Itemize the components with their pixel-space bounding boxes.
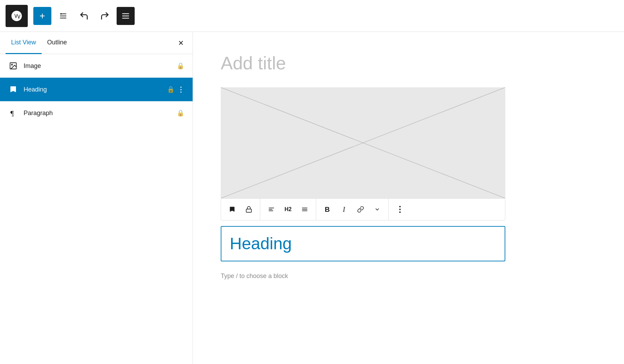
heading-block-label: Heading bbox=[24, 86, 161, 93]
panel-tabs: List View Outline ✕ bbox=[0, 32, 193, 54]
image-block-actions: 🔒 bbox=[177, 62, 184, 70]
list-item-image[interactable]: Image 🔒 bbox=[0, 54, 193, 78]
toolbar-bold-button[interactable]: B bbox=[319, 201, 336, 218]
redo-button[interactable] bbox=[96, 7, 114, 25]
image-block-label: Image bbox=[24, 62, 171, 70]
toolbar-bookmark-button[interactable] bbox=[224, 201, 241, 218]
heading-lock-icon: 🔒 bbox=[167, 86, 175, 93]
main-area: List View Outline ✕ Image 🔒 bbox=[0, 32, 624, 364]
svg-rect-3 bbox=[122, 18, 129, 18]
svg-rect-10 bbox=[246, 209, 252, 212]
svg-point-5 bbox=[11, 64, 12, 65]
svg-text:¶: ¶ bbox=[10, 109, 14, 117]
paragraph-block-icon: ¶ bbox=[8, 108, 18, 118]
paragraph-lock-icon: 🔒 bbox=[177, 109, 184, 117]
toolbar-group-block-type bbox=[221, 199, 260, 220]
paragraph-hint: Type / to choose a block bbox=[221, 272, 288, 280]
toolbar-group-formatting: B I bbox=[316, 199, 389, 220]
heading-block-icon bbox=[8, 85, 18, 94]
heading-block-actions: 🔒 ⋮ bbox=[167, 85, 184, 94]
image-block-icon bbox=[8, 61, 18, 71]
toolbar-group-heading-options: H2 bbox=[260, 199, 316, 220]
toolbar-italic-button[interactable]: I bbox=[336, 201, 352, 218]
toolbar-align-button[interactable] bbox=[263, 201, 280, 218]
svg-rect-11 bbox=[269, 208, 274, 208]
heading-block[interactable]: Heading bbox=[221, 226, 505, 261]
svg-point-0 bbox=[60, 13, 62, 15]
svg-rect-12 bbox=[269, 209, 272, 210]
add-block-button[interactable]: + bbox=[33, 7, 51, 25]
list-item-paragraph[interactable]: ¶ Paragraph 🔒 bbox=[0, 101, 193, 125]
svg-rect-14 bbox=[302, 208, 307, 208]
left-panel: List View Outline ✕ Image 🔒 bbox=[0, 32, 193, 364]
top-toolbar: + bbox=[0, 0, 624, 32]
tab-outline[interactable]: Outline bbox=[42, 32, 73, 54]
wordpress-logo[interactable] bbox=[6, 5, 28, 27]
svg-rect-1 bbox=[122, 13, 129, 14]
post-title[interactable]: Add title bbox=[221, 53, 505, 73]
toolbar-lock-button[interactable] bbox=[241, 201, 257, 218]
svg-rect-15 bbox=[302, 209, 307, 210]
list-item-heading[interactable]: Heading 🔒 ⋮ bbox=[0, 78, 193, 101]
tools-button[interactable] bbox=[54, 7, 72, 25]
toolbar-more-button[interactable]: ⋮ bbox=[391, 201, 408, 218]
tab-list-view[interactable]: List View bbox=[6, 32, 42, 54]
svg-rect-2 bbox=[122, 15, 129, 16]
toolbar-h2-button[interactable]: H2 bbox=[280, 201, 296, 218]
editor-area: Add title bbox=[193, 32, 624, 364]
document-overview-button[interactable] bbox=[117, 7, 135, 25]
close-panel-button[interactable]: ✕ bbox=[175, 37, 187, 49]
toolbar-link-button[interactable] bbox=[352, 201, 369, 218]
paragraph-block-label: Paragraph bbox=[24, 110, 171, 117]
heading-content[interactable]: Heading bbox=[230, 234, 496, 254]
block-toolbar: H2 B I bbox=[221, 198, 505, 220]
svg-rect-13 bbox=[269, 210, 273, 211]
undo-button[interactable] bbox=[75, 7, 93, 25]
toolbar-chevron-button[interactable] bbox=[369, 201, 386, 218]
image-placeholder-block[interactable] bbox=[221, 87, 505, 198]
heading-more-icon[interactable]: ⋮ bbox=[177, 85, 184, 94]
toolbar-group-more: ⋮ bbox=[389, 199, 411, 220]
paragraph-block-actions: 🔒 bbox=[177, 109, 184, 117]
svg-rect-16 bbox=[302, 210, 307, 211]
image-lock-icon: 🔒 bbox=[177, 62, 184, 70]
toolbar-text-align-button[interactable] bbox=[296, 201, 313, 218]
